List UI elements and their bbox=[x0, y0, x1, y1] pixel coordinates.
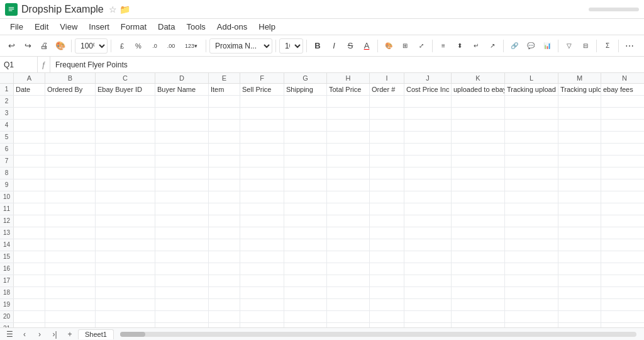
cell-d6[interactable] bbox=[155, 144, 209, 155]
cell-c2[interactable] bbox=[96, 96, 155, 107]
cell-j1[interactable]: Cost Price Inc sh... bbox=[404, 84, 452, 95]
cell-d8[interactable] bbox=[155, 167, 209, 179]
cell-g7[interactable] bbox=[284, 156, 327, 167]
cell-m17[interactable] bbox=[558, 275, 601, 286]
cell-g1[interactable]: Shipping bbox=[284, 84, 327, 95]
cell-f17[interactable] bbox=[240, 275, 284, 286]
cell-i3[interactable] bbox=[370, 108, 404, 119]
cell-b13[interactable] bbox=[45, 227, 96, 239]
cell-h15[interactable] bbox=[327, 251, 370, 263]
cell-n10[interactable] bbox=[601, 191, 644, 203]
cell-h2[interactable] bbox=[327, 96, 370, 107]
cell-m8[interactable] bbox=[558, 167, 601, 179]
cell-j19[interactable] bbox=[404, 299, 452, 310]
cell-n2[interactable] bbox=[601, 96, 644, 107]
cell-i17[interactable] bbox=[370, 275, 404, 286]
col-header-n[interactable]: N bbox=[601, 73, 644, 83]
col-header-f[interactable]: F bbox=[240, 73, 284, 83]
cell-f11[interactable] bbox=[240, 203, 284, 215]
cell-h11[interactable] bbox=[327, 203, 370, 215]
cell-g6[interactable] bbox=[284, 144, 327, 155]
cell-l10[interactable] bbox=[505, 191, 558, 203]
cell-n7[interactable] bbox=[601, 156, 644, 167]
cell-c13[interactable] bbox=[96, 227, 155, 239]
cell-m21[interactable] bbox=[558, 323, 601, 327]
cell-a16[interactable] bbox=[14, 263, 45, 275]
cell-c6[interactable] bbox=[96, 144, 155, 155]
cell-l15[interactable] bbox=[505, 251, 558, 263]
print-button[interactable]: 🖨 bbox=[36, 38, 52, 54]
cell-d14[interactable] bbox=[155, 239, 209, 251]
cell-a14[interactable] bbox=[14, 239, 45, 251]
cell-h5[interactable] bbox=[327, 132, 370, 143]
cell-e14[interactable] bbox=[209, 239, 240, 251]
cell-b3[interactable] bbox=[45, 108, 96, 119]
cell-f19[interactable] bbox=[240, 299, 284, 310]
cell-c18[interactable] bbox=[96, 287, 155, 298]
cell-j20[interactable] bbox=[404, 311, 452, 322]
cell-n1[interactable]: ebay fees bbox=[601, 84, 644, 95]
cell-g20[interactable] bbox=[284, 311, 327, 322]
cell-c3[interactable] bbox=[96, 108, 155, 119]
cell-a7[interactable] bbox=[14, 156, 45, 167]
cell-i1[interactable]: Order # bbox=[370, 84, 404, 95]
cell-n9[interactable] bbox=[601, 179, 644, 191]
cell-f10[interactable] bbox=[240, 191, 284, 203]
cell-l4[interactable] bbox=[505, 120, 558, 131]
cell-l14[interactable] bbox=[505, 239, 558, 251]
cell-h1[interactable]: Total Price bbox=[327, 84, 370, 95]
bold-button[interactable]: B bbox=[310, 38, 325, 54]
cell-e11[interactable] bbox=[209, 203, 240, 215]
cell-n11[interactable] bbox=[601, 203, 644, 215]
cell-k3[interactable] bbox=[452, 108, 505, 119]
cell-l3[interactable] bbox=[505, 108, 558, 119]
cell-k1[interactable]: uploaded to ebay bbox=[452, 84, 505, 95]
cell-g21[interactable] bbox=[284, 323, 327, 327]
cell-c4[interactable] bbox=[96, 120, 155, 131]
cell-m20[interactable] bbox=[558, 311, 601, 322]
cell-n20[interactable] bbox=[601, 311, 644, 322]
cell-d1[interactable]: Buyer Name bbox=[155, 84, 209, 95]
cell-m15[interactable] bbox=[558, 251, 601, 263]
cell-h3[interactable] bbox=[327, 108, 370, 119]
menu-addons[interactable]: Add-ons bbox=[212, 21, 252, 33]
cell-h19[interactable] bbox=[327, 299, 370, 310]
cell-e15[interactable] bbox=[209, 251, 240, 263]
cell-l17[interactable] bbox=[505, 275, 558, 286]
cell-k21[interactable] bbox=[452, 323, 505, 327]
menu-view[interactable]: View bbox=[55, 21, 82, 33]
font-select[interactable]: Proxima N... bbox=[209, 38, 272, 54]
cell-b18[interactable] bbox=[45, 287, 96, 298]
cell-j13[interactable] bbox=[404, 227, 452, 239]
cell-e20[interactable] bbox=[209, 311, 240, 322]
cell-n21[interactable] bbox=[601, 323, 644, 327]
cell-k8[interactable] bbox=[452, 167, 505, 179]
cell-g19[interactable] bbox=[284, 299, 327, 310]
cell-h7[interactable] bbox=[327, 156, 370, 167]
cell-a10[interactable] bbox=[14, 191, 45, 203]
cell-j15[interactable] bbox=[404, 251, 452, 263]
cell-n3[interactable] bbox=[601, 108, 644, 119]
cell-i10[interactable] bbox=[370, 191, 404, 203]
cell-l12[interactable] bbox=[505, 215, 558, 227]
cell-h9[interactable] bbox=[327, 179, 370, 191]
cell-l16[interactable] bbox=[505, 263, 558, 275]
cell-f9[interactable] bbox=[240, 179, 284, 191]
cell-h18[interactable] bbox=[327, 287, 370, 298]
redo-button[interactable]: ↪ bbox=[20, 38, 35, 54]
cell-d17[interactable] bbox=[155, 275, 209, 286]
link-button[interactable]: 🔗 bbox=[507, 38, 522, 54]
cell-e16[interactable] bbox=[209, 263, 240, 275]
cell-j17[interactable] bbox=[404, 275, 452, 286]
cell-g16[interactable] bbox=[284, 263, 327, 275]
cell-b20[interactable] bbox=[45, 311, 96, 322]
cell-c8[interactable] bbox=[96, 167, 155, 179]
cell-f3[interactable] bbox=[240, 108, 284, 119]
cell-b12[interactable] bbox=[45, 215, 96, 227]
cell-l18[interactable] bbox=[505, 287, 558, 298]
cell-c1[interactable]: Ebay Buyer ID bbox=[96, 84, 155, 95]
cell-l20[interactable] bbox=[505, 311, 558, 322]
menu-data[interactable]: Data bbox=[153, 21, 180, 33]
cell-a18[interactable] bbox=[14, 287, 45, 298]
cell-l19[interactable] bbox=[505, 299, 558, 310]
